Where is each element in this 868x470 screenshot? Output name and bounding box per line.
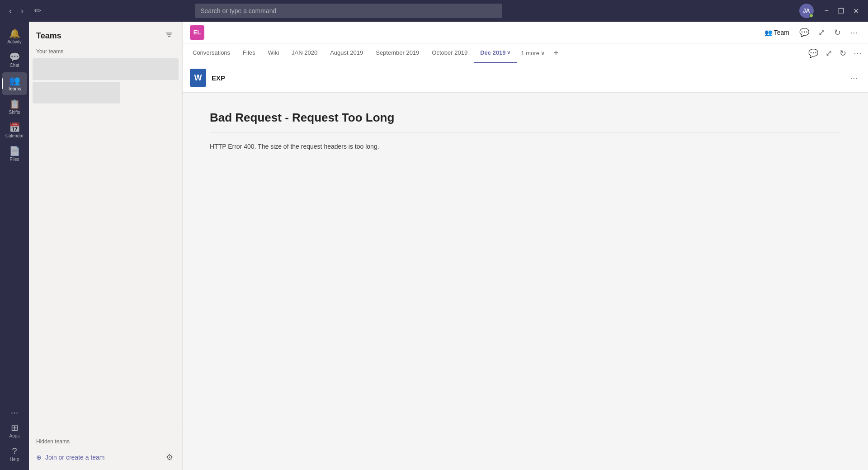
filter-button[interactable] xyxy=(163,29,175,43)
search-input[interactable] xyxy=(200,7,497,14)
compose-button[interactable]: ✏ xyxy=(31,4,45,18)
title-bar-right: JA − ❐ ✕ xyxy=(799,4,863,18)
hidden-teams-label: Hidden teams xyxy=(36,435,175,450)
sidebar-item-apps[interactable]: ⊞ Apps xyxy=(2,419,27,442)
doc-header-actions: ⋯ xyxy=(847,71,861,85)
doc-content: Bad Request - Request Too Long HTTP Erro… xyxy=(183,93,868,470)
tab-wiki[interactable]: Wiki xyxy=(262,43,286,63)
error-body: HTTP Error 400. The size of the request … xyxy=(210,141,841,151)
refresh-icon-button[interactable]: ↻ xyxy=(831,26,844,39)
files-icon: 📄 xyxy=(9,146,20,155)
sidebar-item-activity[interactable]: 🔔 Activity xyxy=(2,25,27,48)
maximize-button[interactable]: ❐ xyxy=(834,5,848,17)
tab-files[interactable]: Files xyxy=(236,43,261,63)
sidebar-item-more[interactable]: ... xyxy=(2,402,27,418)
tab-add-button[interactable]: + xyxy=(550,43,562,63)
window-controls: − ❐ ✕ xyxy=(821,5,863,17)
sidebar-item-shifts[interactable]: 📋 Shifts xyxy=(2,96,27,118)
word-icon: W xyxy=(190,69,206,87)
join-icon: ⊕ xyxy=(36,454,42,461)
doc-more-button[interactable]: ⋯ xyxy=(847,71,861,85)
avatar[interactable]: JA xyxy=(799,4,814,18)
calendar-icon: 📅 xyxy=(9,123,20,132)
sidebar-item-label: Activity xyxy=(7,39,22,44)
search-bar[interactable] xyxy=(195,4,502,18)
forward-button[interactable]: › xyxy=(17,5,27,18)
sidebar-item-teams[interactable]: 👥 Teams xyxy=(2,72,27,95)
teams-bottom-row: ⊕ Join or create a team ⚙ xyxy=(36,450,175,465)
team-skeleton xyxy=(33,82,120,103)
chevron-down-icon: ∨ xyxy=(507,50,510,56)
teams-panel: Teams Your teams Hidden teams ⊕ Join or … xyxy=(29,22,183,470)
tab-sep2019[interactable]: September 2019 xyxy=(369,43,425,63)
join-create-button[interactable]: ⊕ Join or create a team xyxy=(36,450,164,465)
sidebar-item-calendar[interactable]: 📅 Calendar xyxy=(2,119,27,142)
tab-jan2020[interactable]: JAN 2020 xyxy=(285,43,324,63)
tab-aug2019[interactable]: August 2019 xyxy=(324,43,369,63)
shifts-icon: 📋 xyxy=(9,99,20,108)
channel-header: EL 👥 Team 💬 ⤢ ↻ ⋯ xyxy=(183,22,868,43)
doc-area: W EXP ⋯ Bad Request - Request Too Long H… xyxy=(183,63,868,470)
close-button[interactable]: ✕ xyxy=(849,5,863,17)
sidebar-rail: 🔔 Activity 💬 Chat 👥 Teams 📋 Shifts 📅 Cal… xyxy=(0,22,29,470)
sidebar-item-label: Teams xyxy=(8,86,21,91)
sidebar-item-label: Help xyxy=(10,457,19,462)
nav-buttons: ‹ › xyxy=(5,5,27,18)
your-teams-label: Your teams xyxy=(29,47,182,58)
tab-oct2019[interactable]: October 2019 xyxy=(425,43,474,63)
tab-refresh-icon[interactable]: ↻ xyxy=(837,47,849,60)
apps-icon: ⊞ xyxy=(11,423,19,432)
teams-icon: 👥 xyxy=(9,76,20,85)
main-container: 🔔 Activity 💬 Chat 👥 Teams 📋 Shifts 📅 Cal… xyxy=(0,22,868,470)
tab-dec2019[interactable]: Dec 2019 ∨ xyxy=(474,43,516,63)
expand-icon-button[interactable]: ⤢ xyxy=(816,26,828,39)
sidebar-item-label: Apps xyxy=(9,433,20,438)
teams-panel-title: Teams xyxy=(36,31,61,41)
channel-avatar: EL xyxy=(190,25,204,40)
doc-name: EXP xyxy=(212,74,225,82)
channel-name-input[interactable] xyxy=(210,29,755,36)
channel-header-actions: 👥 Team 💬 ⤢ ↻ ⋯ xyxy=(761,26,861,39)
sidebar-item-chat[interactable]: 💬 Chat xyxy=(2,49,27,71)
error-title: Bad Request - Request Too Long xyxy=(210,111,841,132)
back-button[interactable]: ‹ xyxy=(5,5,15,18)
sidebar-item-label: Calendar xyxy=(5,133,24,138)
content-area: EL 👥 Team 💬 ⤢ ↻ ⋯ Conversations Files xyxy=(183,22,868,470)
doc-header: W EXP ⋯ xyxy=(183,63,868,93)
sidebar-item-label: Shifts xyxy=(9,110,20,115)
tab-more[interactable]: 1 more ∨ xyxy=(517,43,550,63)
teams-list xyxy=(29,58,182,429)
tab-more-icon[interactable]: ⋯ xyxy=(851,47,864,60)
title-bar: ‹ › ✏ JA − ❐ ✕ xyxy=(0,0,868,22)
filter-icon xyxy=(165,31,173,39)
tab-conversations[interactable]: Conversations xyxy=(186,43,236,63)
minimize-button[interactable]: − xyxy=(821,5,832,17)
tab-expand-icon[interactable]: ⤢ xyxy=(823,47,835,60)
chat-icon: 💬 xyxy=(9,52,20,61)
settings-button[interactable]: ⚙ xyxy=(164,451,175,464)
more-icon-button[interactable]: ⋯ xyxy=(847,26,861,39)
tab-chat-icon[interactable]: 💬 xyxy=(806,47,821,60)
sidebar-item-label: Files xyxy=(9,157,19,162)
online-indicator xyxy=(809,14,813,18)
help-icon: ? xyxy=(12,446,17,456)
tabs-right-actions: 💬 ⤢ ↻ ⋯ xyxy=(806,47,864,60)
sidebar-item-label: Chat xyxy=(9,63,19,68)
sidebar-item-help[interactable]: ? Help xyxy=(2,443,27,465)
team-button[interactable]: 👥 Team xyxy=(761,27,793,38)
teams-bottom: Hidden teams ⊕ Join or create a team ⚙ xyxy=(29,429,182,470)
activity-icon: 🔔 xyxy=(9,29,20,38)
team-button-icon: 👥 xyxy=(764,29,772,36)
chat-icon-button[interactable]: 💬 xyxy=(797,26,812,39)
teams-header: Teams xyxy=(29,22,182,47)
sidebar-item-files[interactable]: 📄 Files xyxy=(2,143,27,165)
more-icon: ... xyxy=(11,406,19,415)
team-skeleton xyxy=(33,58,179,80)
more-chevron-icon: ∨ xyxy=(541,50,545,56)
tabs-bar: Conversations Files Wiki JAN 2020 August… xyxy=(183,43,868,63)
